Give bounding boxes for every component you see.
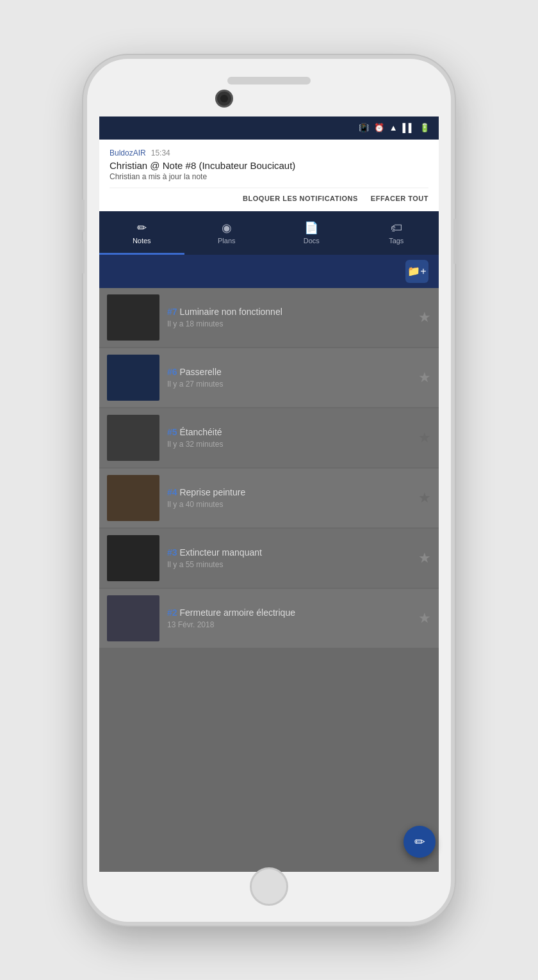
add-folder-button[interactable]: 📁+ (405, 260, 428, 283)
phone-screen: 📳 ⏰ ▲ ▌▌ 🔋 BuldozAIR 15:34 Christian @ N… (99, 116, 439, 872)
note-content: #6 PasserelleIl y a 27 minutes (159, 367, 418, 389)
phone-frame: 📳 ⏰ ▲ ▌▌ 🔋 BuldozAIR 15:34 Christian @ N… (83, 55, 455, 926)
note-title: #5 Étanchéité (167, 427, 411, 437)
note-title: #4 Reprise peinture (167, 487, 411, 497)
app-screen: ✏ Notes ◉ Plans 📄 Docs 🏷 Tags (99, 211, 439, 872)
note-star-button[interactable]: ★ (418, 309, 431, 326)
notification-title: Christian @ Note #8 (Incubateur Boucicau… (110, 160, 428, 171)
note-title: #6 Passerelle (167, 367, 411, 377)
note-thumbnail (107, 475, 159, 521)
notification-actions: BLOQUER LES NOTIFICATIONS EFFACER TOUT (110, 188, 428, 205)
notification-time: 15:34 (151, 149, 170, 157)
note-list-item[interactable]: #7 Luminaire non fonctionnelIl y a 18 mi… (99, 288, 439, 347)
note-date: Il y a 40 minutes (167, 500, 411, 509)
phone-camera (215, 90, 233, 108)
note-star-button[interactable]: ★ (418, 369, 431, 386)
note-date: Il y a 18 minutes (167, 319, 411, 328)
notification-panel: BuldozAIR 15:34 Christian @ Note #8 (Inc… (99, 140, 439, 211)
note-content: #5 ÉtanchéitéIl y a 32 minutes (159, 427, 418, 449)
battery-icon: 🔋 (420, 123, 430, 133)
note-number: #4 (167, 487, 177, 497)
note-content: #2 Fermeture armoire électrique13 Févr. … (159, 607, 418, 629)
alarm-icon: ⏰ (374, 123, 384, 133)
note-star-button[interactable]: ★ (418, 430, 431, 446)
note-number: #7 (167, 307, 177, 317)
add-folder-icon: 📁+ (407, 265, 426, 277)
note-date: Il y a 27 minutes (167, 380, 411, 389)
tags-tab-icon: 🏷 (391, 221, 402, 235)
docs-tab-label: Docs (304, 237, 320, 245)
note-title: #3 Extincteur manquant (167, 547, 411, 558)
signal-icon: ▌▌ (403, 123, 414, 133)
note-content: #7 Luminaire non fonctionnelIl y a 18 mi… (159, 307, 418, 328)
note-list-item[interactable]: #5 ÉtanchéitéIl y a 32 minutes★ (99, 408, 439, 467)
home-button[interactable] (250, 867, 288, 906)
note-number: #5 (167, 427, 177, 437)
tab-bar: ✏ Notes ◉ Plans 📄 Docs 🏷 Tags (99, 211, 439, 255)
tags-tab-label: Tags (389, 237, 403, 245)
note-number: #2 (167, 607, 177, 618)
note-star-button[interactable]: ★ (418, 490, 431, 506)
note-thumbnail (107, 535, 159, 581)
notification-app-name: BuldozAIR (110, 149, 146, 157)
note-list-item[interactable]: #2 Fermeture armoire électrique13 Févr. … (99, 589, 439, 648)
wifi-icon: ▲ (389, 123, 398, 133)
block-notifications-button[interactable]: BLOQUER LES NOTIFICATIONS (243, 195, 358, 202)
notification-body: Christian a mis à jour la note (110, 172, 428, 181)
plans-tab-icon: ◉ (222, 221, 232, 235)
note-title: #7 Luminaire non fonctionnel (167, 307, 411, 317)
note-title: #2 Fermeture armoire électrique (167, 607, 411, 618)
notes-tab-icon: ✏ (137, 221, 147, 235)
edit-icon: ✏ (414, 834, 425, 849)
note-number: #6 (167, 367, 177, 377)
tab-notes[interactable]: ✏ Notes (99, 211, 184, 255)
plans-tab-label: Plans (218, 237, 236, 245)
note-number: #3 (167, 547, 177, 558)
note-thumbnail (107, 415, 159, 461)
phone-speaker (227, 77, 311, 84)
status-bar: 📳 ⏰ ▲ ▌▌ 🔋 (99, 116, 439, 140)
note-date: Il y a 32 minutes (167, 440, 411, 449)
notes-tab-label: Notes (133, 237, 151, 245)
note-date: 13 Févr. 2018 (167, 620, 411, 629)
volume-up-button[interactable] (81, 200, 85, 232)
volume-down-button[interactable] (81, 241, 85, 273)
tab-plans[interactable]: ◉ Plans (184, 211, 270, 255)
note-list-item[interactable]: #6 PasserelleIl y a 27 minutes★ (99, 348, 439, 407)
notes-list: #7 Luminaire non fonctionnelIl y a 18 mi… (99, 288, 439, 872)
vibrate-icon: 📳 (359, 123, 369, 133)
clear-all-button[interactable]: EFFACER TOUT (371, 195, 428, 202)
note-thumbnail (107, 294, 159, 341)
tab-tags[interactable]: 🏷 Tags (354, 211, 439, 255)
note-content: #4 Reprise peintureIl y a 40 minutes (159, 487, 418, 509)
note-star-button[interactable]: ★ (418, 550, 431, 566)
create-note-fab[interactable]: ✏ (403, 826, 436, 858)
note-list-item[interactable]: #3 Extincteur manquantIl y a 55 minutes★ (99, 529, 439, 588)
note-list-item[interactable]: #4 Reprise peintureIl y a 40 minutes★ (99, 469, 439, 527)
note-star-button[interactable]: ★ (418, 610, 431, 627)
note-thumbnail (107, 355, 159, 401)
notification-header: BuldozAIR 15:34 (110, 149, 428, 157)
note-thumbnail (107, 595, 159, 641)
content-header: 📁+ (99, 255, 439, 288)
note-date: Il y a 55 minutes (167, 560, 411, 569)
note-content: #3 Extincteur manquantIl y a 55 minutes (159, 547, 418, 569)
tab-docs[interactable]: 📄 Docs (269, 211, 354, 255)
docs-tab-icon: 📄 (304, 221, 318, 235)
power-button[interactable] (453, 219, 457, 264)
